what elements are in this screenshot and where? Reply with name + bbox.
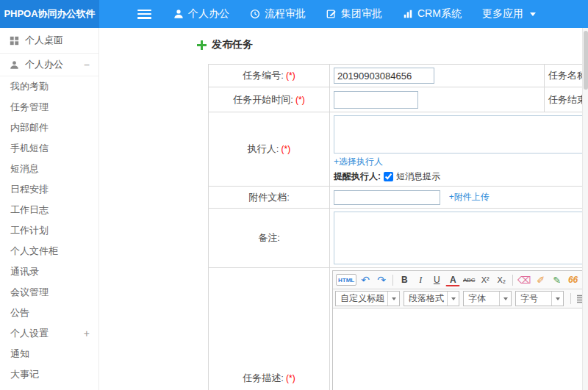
toolbar-separator: [570, 293, 571, 304]
sidebar-item-news[interactable]: 新闻: [0, 385, 98, 390]
nav-label: 更多应用: [482, 7, 523, 21]
rich-text-editor: HTML ↶ ↷ B I U A ABC X² X₂ ⌫ ✐: [332, 270, 588, 390]
strikethrough-button[interactable]: ABC: [462, 272, 476, 287]
expand-icon[interactable]: +: [84, 328, 90, 339]
bar-chart-icon: [403, 9, 413, 19]
nav-label: CRM系统: [417, 7, 462, 21]
sidebar-item-short-message[interactable]: 短消息: [0, 159, 98, 179]
toolbar-separator: [392, 275, 393, 286]
html-source-button[interactable]: HTML: [336, 274, 356, 286]
form-row: 任务描述:(*) HTML ↶ ↷ B I U A ABC X² X₂: [209, 268, 588, 390]
required-mark: (*): [286, 71, 295, 81]
editor-content-area[interactable]: [333, 308, 588, 390]
sidebar-item-file-cabinet[interactable]: 个人文件柜: [0, 241, 98, 261]
sidebar-item-task-management[interactable]: 任务管理: [0, 97, 98, 118]
form-row: 备注:: [209, 209, 588, 268]
main-nav: 个人办公 流程审批 集团审批 CRM系统 更多应用: [163, 0, 546, 28]
executor-textarea[interactable]: [334, 115, 588, 154]
undo-button[interactable]: ↶: [358, 272, 373, 287]
form-row: 任务编号:(*) 任务名称:(*): [209, 65, 588, 87]
person-icon: [10, 60, 19, 70]
remind-executor-label: 提醒执行人:: [334, 170, 381, 183]
remark-label: 备注:: [209, 209, 330, 268]
attachment-upload-link[interactable]: +附件上传: [449, 192, 490, 202]
publish-task-form: 任务编号:(*) 任务名称:(*) 任务开始时间:(*) 任务结束时间:(*) …: [208, 64, 588, 390]
custom-title-select[interactable]: 自定义标题: [335, 291, 400, 306]
collapse-icon[interactable]: −: [84, 59, 90, 71]
sidebar-item-internal-mail[interactable]: 内部邮件: [0, 118, 98, 138]
superscript-button[interactable]: X²: [478, 272, 492, 287]
sms-remind-checkbox[interactable]: [384, 172, 393, 181]
page-title: 发布任务: [197, 38, 588, 51]
italic-button[interactable]: I: [413, 272, 428, 287]
chevron-down-icon: [447, 292, 459, 306]
chevron-down-icon: [551, 292, 563, 306]
person-icon: [173, 9, 184, 19]
top-header: PHPOA协同办公软件 个人办公 流程审批 集团审批 CRM系统: [0, 0, 588, 28]
paint-format-button[interactable]: ✐: [534, 272, 548, 287]
editor-toolbar-row2: 自定义标题 段落格式 字体 字号: [333, 289, 588, 308]
sidebar-item-events[interactable]: 大事记: [0, 364, 98, 385]
menu-icon[interactable]: [137, 10, 151, 19]
chevron-down-icon: [499, 292, 511, 306]
underline-button[interactable]: U: [429, 272, 444, 287]
form-row: 附件文档: +附件上传: [209, 187, 588, 209]
nav-label: 流程审批: [265, 7, 306, 21]
attachment-label: 附件文档:: [209, 187, 330, 209]
chevron-down-icon: [387, 292, 399, 306]
sidebar-item-meeting[interactable]: 会议管理: [0, 282, 98, 303]
sidebar-item-notice[interactable]: 通知: [0, 344, 98, 364]
sidebar-item-schedule[interactable]: 日程安排: [0, 179, 98, 200]
chevron-down-icon: [530, 12, 536, 16]
choose-executor-link[interactable]: +选择执行人: [334, 156, 383, 167]
executor-label: 执行人:(*): [209, 112, 330, 187]
nav-personal-office[interactable]: 个人办公: [163, 0, 240, 28]
task-number-input[interactable]: [334, 68, 434, 84]
required-mark: (*): [295, 95, 305, 105]
start-time-label: 任务开始时间:(*): [209, 87, 330, 112]
remark-textarea[interactable]: [334, 212, 588, 264]
sms-remind-label: 短消息提示: [396, 170, 440, 183]
task-number-label: 任务编号:(*): [209, 65, 330, 87]
page-title-text: 发布任务: [212, 38, 253, 51]
nav-label: 集团审批: [341, 7, 382, 21]
add-icon: [197, 40, 207, 50]
sidebar-item-contacts[interactable]: 通讯录: [0, 261, 98, 282]
sidebar-item-label: 个人办公: [25, 58, 63, 71]
subscript-button[interactable]: X₂: [494, 272, 509, 287]
sidebar: 个人桌面 个人办公 − 我的考勤 任务管理 内部邮件 手机短信 短消息 日程安排…: [0, 28, 99, 390]
blockquote-button[interactable]: 66: [566, 272, 581, 287]
highlight-pen-button[interactable]: ✎: [550, 272, 564, 287]
toolbar-separator: [512, 275, 513, 286]
form-row: 执行人:(*) +选择执行人 提醒执行人: 短消息提示: [209, 112, 588, 187]
sidebar-item-work-log[interactable]: 工作日志: [0, 200, 98, 220]
vertical-scrollbar[interactable]: [582, 28, 588, 390]
nav-more-apps[interactable]: 更多应用: [472, 0, 546, 28]
bold-button[interactable]: B: [397, 272, 412, 287]
scrollbar-thumb[interactable]: [584, 31, 588, 90]
main-content: 发布任务 任务编号:(*) 任务名称:(*) 任务开始时间:(*) 任务结束时间…: [99, 28, 588, 390]
desktop-grid-icon: [10, 36, 19, 46]
sidebar-item-announcement[interactable]: 公告: [0, 303, 98, 323]
nav-crm-system[interactable]: CRM系统: [392, 0, 472, 28]
format-clear-button[interactable]: ⌫: [517, 272, 531, 287]
description-label: 任务描述:(*): [209, 268, 330, 390]
sidebar-item-label: 个人桌面: [25, 34, 63, 47]
redo-button[interactable]: ↷: [374, 272, 389, 287]
paragraph-format-select[interactable]: 段落格式: [404, 291, 459, 306]
font-size-select[interactable]: 字号: [515, 291, 564, 306]
sidebar-item-work-plan[interactable]: 工作计划: [0, 220, 98, 241]
sidebar-item-attendance[interactable]: 我的考勤: [0, 76, 98, 97]
start-time-input[interactable]: [334, 91, 418, 109]
sidebar-item-personal-settings[interactable]: 个人设置 +: [0, 323, 98, 344]
sidebar-item-desktop[interactable]: 个人桌面: [0, 28, 98, 54]
font-family-select[interactable]: 字体: [463, 291, 512, 306]
required-mark: (*): [286, 373, 295, 383]
sidebar-item-sms[interactable]: 手机短信: [0, 138, 98, 159]
nav-group-approval[interactable]: 集团审批: [316, 0, 392, 28]
font-color-button[interactable]: A: [445, 274, 460, 286]
sidebar-item-personal-office[interactable]: 个人办公 −: [0, 54, 98, 76]
nav-workflow-approval[interactable]: 流程审批: [240, 0, 316, 28]
form-row: 任务开始时间:(*) 任务结束时间:(*): [209, 87, 588, 112]
attachment-input[interactable]: [334, 190, 440, 205]
